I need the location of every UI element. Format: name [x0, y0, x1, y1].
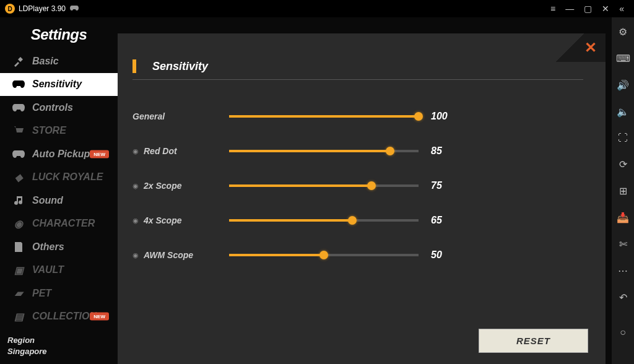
- nav-label: LUCK ROYALE: [32, 171, 103, 183]
- nav-label: VAULT: [32, 264, 64, 275]
- slider-thumb[interactable]: [386, 147, 394, 155]
- slider-track-awm[interactable]: [229, 254, 419, 256]
- nav-label: PET: [32, 288, 51, 299]
- slider-label: AWM Scope: [144, 250, 193, 260]
- slider-4x-scope: ◉ 4x Scope 65: [132, 215, 583, 226]
- settings-panel: ✕ Sensitivity General 100: [118, 33, 606, 364]
- slider-track-2x[interactable]: [229, 184, 419, 187]
- recent-icon[interactable]: ▭: [619, 362, 628, 364]
- reset-button[interactable]: RESET: [479, 329, 588, 353]
- scope-icon: ◉: [132, 217, 139, 225]
- back-icon[interactable]: ↶: [619, 292, 627, 303]
- gamepad-icon: [11, 103, 26, 112]
- region-value: Singapore: [7, 347, 110, 356]
- nav-label: CHARACTER: [32, 218, 95, 229]
- cart-icon: [11, 125, 26, 136]
- keyboard-icon[interactable]: ⌨: [616, 53, 630, 64]
- close-icon: ✕: [584, 39, 597, 56]
- emulator-toolbar: ⚙ ⌨ 🔊 🔈 ⛶ ⟳ ⊞ 📥 ✄ ⋯ ↶ ○ ▭: [612, 17, 634, 364]
- collection-icon: ▤: [11, 311, 26, 323]
- document-icon: [11, 241, 26, 253]
- emulator-titlebar: D LDPlayer 3.90 ≡ — ▢ ✕ «: [0, 0, 634, 17]
- nav-label: Controls: [32, 102, 73, 113]
- collapse-toolbar-button[interactable]: «: [614, 2, 629, 15]
- nav-others[interactable]: Others: [0, 235, 118, 259]
- slider-label: General: [132, 111, 165, 121]
- section-header: Sensitivity: [132, 59, 583, 80]
- dice-icon: ◆: [11, 171, 26, 183]
- slider-value: 100: [431, 111, 462, 122]
- slider-value: 85: [431, 145, 462, 157]
- nav-sensitivity[interactable]: Sensitivity: [0, 73, 118, 97]
- music-icon: [11, 195, 26, 206]
- minimize-button[interactable]: —: [560, 2, 579, 15]
- game-content: Settings Basic Sensitivity Controls STOR…: [0, 17, 612, 364]
- app-name: LDPlayer 3.90: [19, 4, 66, 13]
- nav-label: Sensitivity: [32, 79, 82, 90]
- slider-track-general[interactable]: [229, 115, 419, 118]
- gamepad-icon: [69, 4, 79, 14]
- nav-label: Others: [32, 241, 64, 253]
- slider-label: 4x Scope: [144, 215, 181, 225]
- settings-sidebar: Settings Basic Sensitivity Controls STOR…: [0, 17, 118, 364]
- slider-2x-scope: ◉ 2x Scope 75: [132, 180, 583, 191]
- volume-down-icon[interactable]: 🔈: [617, 106, 629, 118]
- section-title: Sensitivity: [152, 60, 208, 73]
- slider-value: 75: [431, 180, 462, 191]
- nav-vault[interactable]: ▣ VAULT: [0, 259, 118, 282]
- nav-label: Sound: [32, 195, 63, 206]
- slider-label: 2x Scope: [144, 181, 181, 191]
- slider-value: 65: [431, 215, 462, 226]
- close-window-button[interactable]: ✕: [597, 2, 614, 15]
- close-panel-button[interactable]: ✕: [556, 33, 606, 62]
- nav-pet[interactable]: ▰ PET: [0, 282, 118, 305]
- scope-icon: ◉: [132, 147, 139, 155]
- pet-icon: ▰: [11, 287, 26, 299]
- gamepad-icon: [11, 150, 26, 158]
- slider-thumb[interactable]: [319, 251, 328, 259]
- slider-track-red-dot[interactable]: [229, 150, 419, 152]
- fullscreen-icon[interactable]: ⛶: [618, 132, 628, 144]
- nav-label: Auto Pickup: [32, 149, 90, 160]
- slider-label: Red Dot: [144, 146, 177, 156]
- nav-label: STORE: [32, 125, 66, 136]
- new-badge: NEW: [90, 313, 109, 321]
- nav-label: Basic: [32, 56, 59, 67]
- nav-basic[interactable]: Basic: [0, 50, 118, 73]
- settings-title: Settings: [0, 17, 118, 50]
- main-area: Settings Basic Sensitivity Controls STOR…: [0, 17, 634, 364]
- more-icon[interactable]: ⋯: [618, 265, 628, 277]
- apk-icon[interactable]: 📥: [617, 212, 629, 223]
- scope-icon: ◉: [132, 182, 139, 190]
- install-icon[interactable]: ⊞: [619, 185, 627, 197]
- nav-store[interactable]: STORE: [0, 119, 118, 143]
- nav-label: COLLECTION: [32, 311, 97, 322]
- nav-sound[interactable]: Sound: [0, 189, 118, 212]
- slider-general: General 100: [132, 111, 583, 122]
- menu-icon[interactable]: ≡: [545, 2, 560, 15]
- sync-icon[interactable]: ⟳: [619, 158, 627, 170]
- gear-icon[interactable]: ⚙: [619, 26, 627, 38]
- slider-value: 50: [431, 249, 462, 261]
- slider-thumb[interactable]: [414, 112, 423, 121]
- region-block[interactable]: Region Singapore: [0, 328, 118, 364]
- volume-up-icon[interactable]: 🔊: [617, 79, 629, 91]
- scissors-icon[interactable]: ✄: [619, 238, 627, 250]
- nav-character[interactable]: ◉ CHARACTER: [0, 212, 118, 236]
- scope-icon: ◉: [132, 251, 139, 259]
- slider-awm-scope: ◉ AWM Scope 50: [132, 249, 583, 261]
- home-icon[interactable]: ○: [620, 327, 626, 338]
- nav-auto-pickup[interactable]: Auto Pickup NEW: [0, 142, 118, 166]
- nav-luck-royale[interactable]: ◆ LUCK ROYALE: [0, 166, 118, 189]
- region-label: Region: [7, 336, 110, 345]
- accent-bar: [132, 59, 136, 73]
- nav-controls[interactable]: Controls: [0, 96, 118, 119]
- slider-track-4x[interactable]: [229, 219, 419, 222]
- person-icon: ◉: [11, 218, 26, 230]
- slider-thumb[interactable]: [348, 216, 357, 225]
- maximize-button[interactable]: ▢: [579, 2, 597, 15]
- gamepad-icon: [11, 80, 26, 89]
- nav-collection[interactable]: ▤ COLLECTION NEW: [0, 305, 118, 329]
- vault-icon: ▣: [11, 264, 26, 276]
- slider-thumb[interactable]: [367, 181, 376, 190]
